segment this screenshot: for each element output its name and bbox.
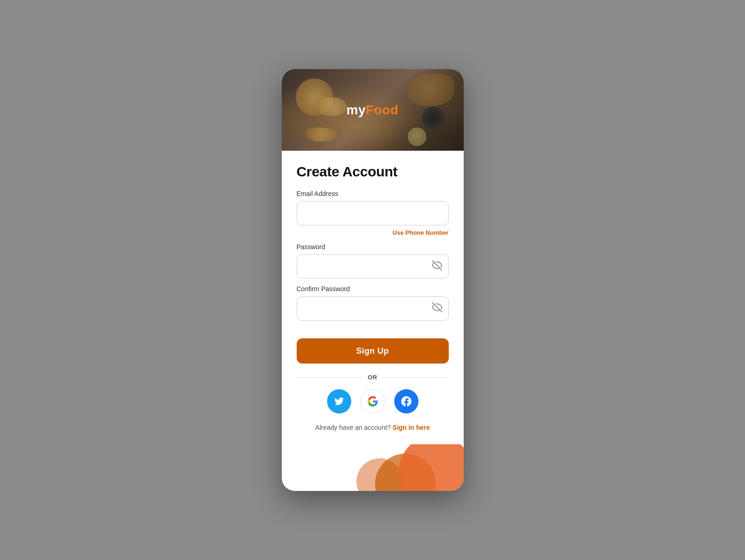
- form-section: Create Account Email Address Use Phone N…: [282, 151, 464, 444]
- email-input-wrapper: [297, 201, 449, 225]
- food-decoration-6: [408, 127, 426, 146]
- page-title: Create Account: [297, 164, 449, 180]
- signin-prompt: Already have an account?: [315, 424, 391, 431]
- email-input[interactable]: [297, 201, 449, 225]
- or-text: OR: [368, 374, 377, 381]
- or-divider: OR: [297, 374, 449, 381]
- logo-my: my: [347, 103, 366, 117]
- confirm-password-toggle-icon[interactable]: [432, 302, 442, 315]
- food-decoration-2: [319, 97, 347, 116]
- deco-circle-small: [356, 458, 403, 491]
- food-decoration-3: [408, 74, 454, 106]
- confirm-password-field-group: Confirm Password: [297, 285, 449, 321]
- or-line-right: [383, 377, 449, 378]
- signin-text: Already have an account? Sign in here: [297, 424, 449, 444]
- email-label: Email Address: [297, 190, 449, 197]
- use-phone-link[interactable]: Use Phone Number: [393, 229, 449, 236]
- social-buttons: [297, 389, 449, 413]
- signup-button[interactable]: Sign Up: [297, 338, 449, 364]
- confirm-password-label: Confirm Password: [297, 285, 449, 293]
- twitter-signin-button[interactable]: [327, 389, 351, 413]
- deco-circle-medium: [375, 454, 436, 491]
- deco-circle-large: [398, 444, 464, 491]
- password-label: Password: [297, 243, 449, 251]
- app-logo: myFood: [347, 103, 399, 118]
- password-input-wrapper: [297, 254, 449, 279]
- confirm-password-input[interactable]: [297, 296, 449, 321]
- password-toggle-icon[interactable]: [432, 260, 442, 273]
- confirm-password-input-wrapper: [297, 296, 449, 321]
- signin-link[interactable]: Sign in here: [392, 424, 430, 431]
- email-field-group: Email Address Use Phone Number: [297, 190, 449, 237]
- password-input[interactable]: [297, 254, 449, 279]
- food-decoration-5: [305, 127, 338, 141]
- header-image: myFood: [282, 69, 464, 151]
- facebook-signin-button[interactable]: [394, 389, 418, 413]
- password-field-group: Password: [297, 243, 449, 279]
- food-decoration-4: [422, 106, 445, 130]
- google-signin-button[interactable]: [361, 389, 385, 413]
- bottom-decoration: [282, 444, 464, 491]
- use-phone-link-container: Use Phone Number: [297, 228, 449, 237]
- phone-card: myFood Create Account Email Address Use …: [282, 69, 464, 491]
- or-line-left: [297, 377, 362, 378]
- logo-food: Food: [366, 103, 398, 117]
